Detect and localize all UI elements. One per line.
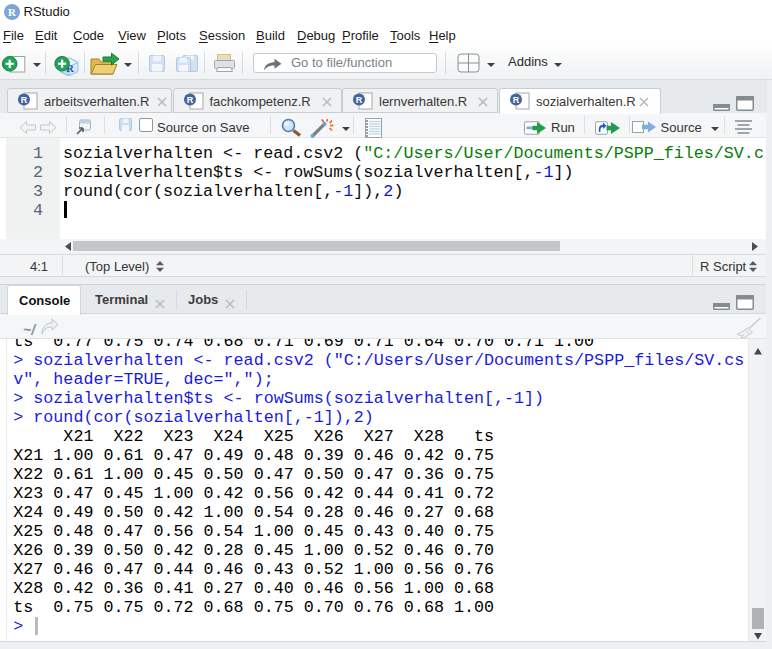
svg-text:R: R: [513, 95, 520, 105]
svg-text:R: R: [186, 95, 193, 105]
svg-text:R: R: [8, 6, 17, 18]
svg-text:R: R: [21, 95, 28, 105]
svg-text:R: R: [356, 95, 363, 105]
